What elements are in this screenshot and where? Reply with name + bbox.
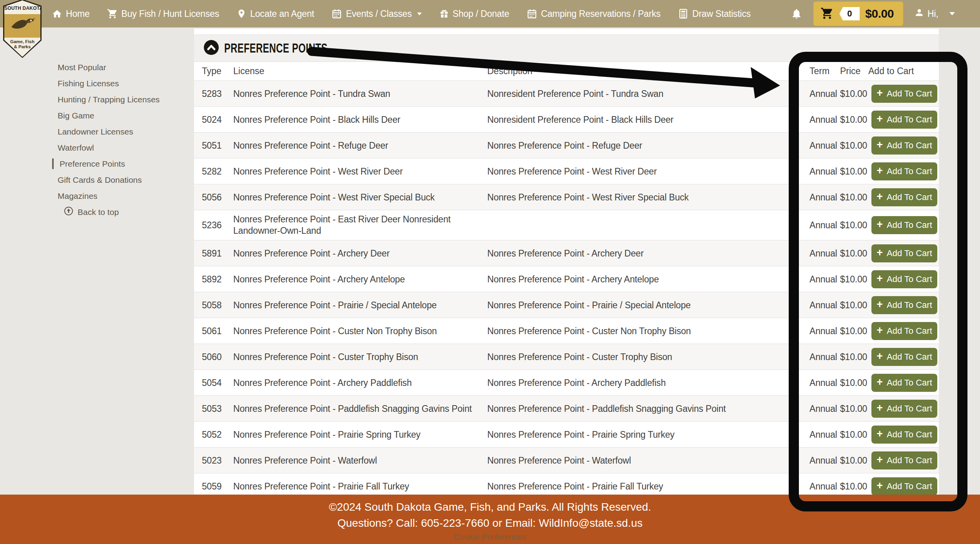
cell-description: Nonres Preference Point - Paddlefish Sna…	[487, 403, 801, 414]
add-to-cart-button[interactable]: + Add To Cart	[871, 451, 937, 469]
home-icon	[52, 9, 62, 19]
table-row: 5891 Nonres Preference Point - Archery D…	[194, 240, 939, 266]
add-to-cart-button[interactable]: + Add To Cart	[871, 322, 937, 340]
add-to-cart-button[interactable]: + Add To Cart	[871, 162, 937, 180]
sidebar-item-label: Magazines	[58, 191, 98, 201]
nav-item-events-classes[interactable]: Events / Classes	[331, 8, 421, 19]
sidebar-item-waterfowl[interactable]: Waterfowl	[0, 140, 192, 156]
cell-description: Nonres Preference Point - Prairie / Spec…	[487, 300, 801, 310]
table-row: 5058 Nonres Preference Point - Prairie /…	[194, 292, 939, 318]
sidebar-item-label: Gift Cards & Donations	[58, 175, 142, 185]
col-header-add-to-cart: Add to Cart	[868, 62, 914, 80]
cell-license: Nonres Preference Point - Waterfowl	[233, 455, 486, 466]
add-to-cart-button[interactable]: + Add To Cart	[871, 188, 937, 206]
cell-term: Annual	[809, 481, 837, 491]
add-to-cart-button[interactable]: + Add To Cart	[871, 85, 937, 103]
add-to-cart-button[interactable]: + Add To Cart	[871, 348, 937, 366]
sidebar-item-hunting-trapping-licenses[interactable]: Hunting / Trapping Licenses	[0, 91, 192, 107]
add-to-cart-button[interactable]: + Add To Cart	[871, 477, 937, 495]
table-row: 5054 Nonres Preference Point - Archery P…	[194, 369, 939, 395]
cell-price: $10.00	[840, 192, 867, 202]
cell-term: Annual	[809, 326, 837, 336]
cell-description: Nonres Preference Point - Custer Trophy …	[487, 351, 801, 362]
page: Home Buy Fish / Hunt Licenses Locate an …	[0, 0, 980, 544]
caret-down-icon	[417, 13, 422, 15]
cell-license: Nonres Preference Point - Black Hills De…	[233, 114, 486, 125]
add-to-cart-button[interactable]: + Add To Cart	[871, 400, 937, 418]
cell-description: Nonres Preference Point - West River Dee…	[487, 166, 801, 176]
cell-license: Nonres Preference Point - Paddlefish Sna…	[233, 403, 486, 414]
sidebar-item-preference-points[interactable]: Preference Points	[0, 156, 192, 172]
cell-type: 5059	[202, 481, 230, 491]
cell-term: Annual	[809, 88, 837, 99]
cart-icon	[107, 8, 118, 19]
add-to-cart-button[interactable]: + Add To Cart	[871, 244, 937, 262]
cell-description: Nonres Preference Point - Refuge Deer	[487, 140, 801, 151]
plus-icon: +	[877, 191, 883, 202]
cell-price: $10.00	[840, 274, 867, 284]
section-title: PREFERENCE POINTS	[224, 41, 328, 56]
cell-type: 5053	[202, 403, 230, 414]
caret-down-icon[interactable]	[949, 12, 955, 15]
add-to-cart-button[interactable]: + Add To Cart	[871, 426, 937, 444]
cell-price: $10.00	[840, 351, 867, 362]
plus-icon: +	[877, 429, 883, 439]
table-row: 5024 Nonres Preference Point - Black Hil…	[194, 106, 939, 132]
cell-price: $10.00	[840, 88, 867, 99]
table-row: 5236 Nonres Preference Point - East Rive…	[194, 210, 939, 240]
cell-description: Nonres Preference Point - Archery Deer	[487, 248, 801, 258]
cell-license: Nonres Preference Point - Archery Antelo…	[233, 273, 486, 285]
add-to-cart-button[interactable]: + Add To Cart	[871, 136, 937, 155]
cell-license: Nonres Preference Point - Archery Paddle…	[233, 377, 486, 388]
nav-item-camping-reservations-parks[interactable]: Camping Reservations / Parks	[526, 8, 661, 19]
plus-icon: +	[877, 455, 883, 465]
cookie-preferences-link[interactable]: Cookie Preferences	[454, 532, 526, 542]
add-to-cart-button[interactable]: + Add To Cart	[871, 216, 937, 234]
bell-icon[interactable]	[791, 8, 802, 20]
table-row: 5051 Nonres Preference Point - Refuge De…	[194, 132, 939, 158]
add-to-cart-button[interactable]: + Add To Cart	[871, 270, 937, 288]
nav-item-locate-an-agent[interactable]: Locate an Agent	[236, 9, 314, 19]
footer: ©2024 South Dakota Game, Fish, and Parks…	[0, 495, 980, 544]
nav-menu: Home Buy Fish / Hunt Licenses Locate an …	[52, 0, 751, 27]
plus-icon: +	[877, 377, 883, 388]
cell-term: Annual	[809, 300, 837, 310]
cell-term: Annual	[809, 140, 837, 151]
add-to-cart-button[interactable]: + Add To Cart	[871, 296, 937, 314]
plus-icon: +	[877, 219, 883, 230]
col-header-term: Term	[809, 62, 829, 80]
cell-term: Annual	[809, 429, 837, 440]
brand-logo[interactable]: SOUTH DAKOTA Game, Fish& Parks	[3, 0, 42, 58]
cell-license: Nonres Preference Point - East River Dee…	[233, 214, 486, 237]
cell-type: 5892	[202, 274, 230, 284]
account-menu[interactable]: Hi,	[914, 7, 938, 20]
plus-icon: +	[877, 480, 883, 491]
sidebar-item-fishing-licenses[interactable]: Fishing Licenses	[0, 75, 192, 91]
add-to-cart-button[interactable]: + Add To Cart	[871, 374, 937, 392]
cell-license: Nonres Preference Point - Custer Trophy …	[233, 351, 486, 362]
sidebar-item-magazines[interactable]: Magazines	[0, 188, 192, 204]
cell-license: Nonres Preference Point - Prairie / Spec…	[233, 299, 486, 311]
cell-license: Nonres Preference Point - Tundra Swan	[233, 88, 486, 99]
section-header[interactable]: PREFERENCE POINTS	[194, 35, 939, 62]
nav-item-shop-donate[interactable]: Shop / Donate	[439, 9, 509, 19]
sidebar-item-most-popular[interactable]: Most Popular	[0, 59, 192, 75]
sidebar-item-gift-cards-donations[interactable]: Gift Cards & Donations	[0, 172, 192, 188]
cell-description: Nonres Preference Point - West River Spe…	[487, 192, 801, 202]
add-to-cart-button[interactable]: + Add To Cart	[871, 111, 937, 129]
sidebar-item-label: Most Popular	[58, 63, 106, 72]
cart-button[interactable]: 0 $0.00	[813, 2, 903, 26]
nav-item-draw-statistics[interactable]: Draw Statistics	[678, 8, 751, 19]
cart-total: $0.00	[865, 7, 894, 20]
nav-item-home[interactable]: Home	[52, 9, 90, 19]
gift-icon	[439, 9, 449, 19]
cell-price: $10.00	[840, 220, 867, 231]
sidebar-item-big-game[interactable]: Big Game	[0, 107, 192, 124]
cell-license: Nonres Preference Point - Custer Non Tro…	[233, 325, 486, 337]
sidebar-item-label: Landowner Licenses	[58, 127, 133, 136]
nav-item-buy-fish-hunt-licenses[interactable]: Buy Fish / Hunt Licenses	[107, 8, 220, 19]
sidebar-item-landowner-licenses[interactable]: Landowner Licenses	[0, 124, 192, 140]
plus-icon: +	[877, 88, 883, 98]
cell-license: Nonres Preference Point - West River Spe…	[233, 191, 486, 203]
back-to-top-link[interactable]: Back to top	[0, 204, 192, 220]
